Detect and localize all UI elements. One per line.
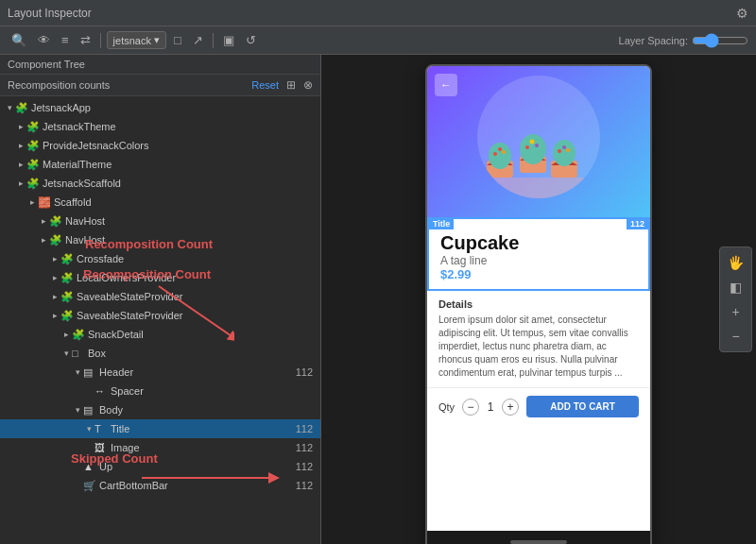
- expand-arrow-icon[interactable]: ▸: [26, 197, 38, 207]
- tree-item[interactable]: ▸🧩SnackDetail: [0, 325, 320, 344]
- expand-arrow-icon[interactable]: ▾: [60, 348, 72, 358]
- expand-arrow-icon[interactable]: ▸: [49, 311, 60, 320]
- details-text: Lorem ipsum dolor sit amet, consectetur …: [438, 314, 639, 380]
- tree-item-label: NavHost: [65, 215, 313, 227]
- title-section: Title 112 Cupcake A tag line $2.99: [427, 217, 650, 291]
- snack-title: Cupcake: [440, 232, 637, 254]
- expand-arrow-icon[interactable]: ▸: [15, 178, 26, 188]
- device-icon1[interactable]: □: [170, 31, 185, 49]
- hand-tool-icon[interactable]: 🖐: [722, 251, 749, 274]
- tree-item[interactable]: ▸🧩ProvideJetsnackColors: [0, 136, 320, 155]
- tree-item[interactable]: ▸🧩NavHost: [0, 230, 320, 249]
- toolbar-divider: [100, 33, 101, 48]
- reset-link[interactable]: Reset: [251, 79, 279, 91]
- tree-node-icon: 🧱: [38, 196, 51, 209]
- expand-arrow-icon[interactable]: ▾: [72, 367, 83, 377]
- tree-item[interactable]: ↔Spacer: [0, 382, 320, 400]
- tree-item[interactable]: ▸🧩LocalOwnersProvider: [0, 268, 320, 287]
- tree-item[interactable]: ▸🧱Scaffold: [0, 193, 320, 212]
- zoom-in-icon[interactable]: +: [722, 300, 749, 323]
- tree-item-label: SaveableStateProvider: [77, 291, 313, 302]
- recomposition-count: 112: [288, 423, 313, 434]
- component-tree: ▾🧩JetsnackApp▸🧩JetsnackTheme▸🧩ProvideJet…: [0, 96, 320, 544]
- cupcake-image: [477, 104, 600, 198]
- tree-node-icon: 🧩: [15, 102, 28, 114]
- tree-item-label: JetsnackScaffold: [43, 178, 313, 189]
- tree-node-icon: 🧩: [60, 291, 74, 303]
- tree-item[interactable]: 🖼Image112: [0, 438, 320, 457]
- clear-icon[interactable]: ⊗: [303, 78, 313, 92]
- search-icon[interactable]: 🔍: [8, 31, 30, 49]
- expand-arrow-icon[interactable]: ▸: [49, 292, 60, 301]
- recomposition-count: 112: [288, 366, 313, 378]
- tree-node-icon: 🛒: [83, 480, 96, 492]
- tree-node-icon: 🧩: [60, 272, 74, 284]
- title-badge: Title: [429, 218, 454, 230]
- zoom-out-icon[interactable]: −: [722, 325, 749, 348]
- qty-decrease-button[interactable]: −: [462, 399, 479, 416]
- tree-item[interactable]: 🛒CartBottomBar112: [0, 476, 320, 495]
- expand-arrow-icon[interactable]: ▸: [15, 141, 26, 150]
- dropdown-arrow-icon: ▾: [154, 34, 160, 46]
- layout-icon[interactable]: ◧: [722, 276, 749, 298]
- svg-point-5: [502, 150, 506, 154]
- add-to-cart-button[interactable]: ADD TO CART: [526, 396, 639, 417]
- svg-point-11: [530, 140, 535, 144]
- tree-item-label: Image: [111, 442, 288, 453]
- tree-item[interactable]: ▾TTitle112: [0, 419, 320, 438]
- hero-circle: [477, 76, 600, 198]
- tree-item-label: Title: [111, 423, 288, 434]
- app-content: ←: [427, 66, 650, 531]
- snack-tagline: A tag line: [440, 254, 637, 267]
- tree-item[interactable]: ▸🧩SaveableStateProvider: [0, 287, 320, 306]
- device-icon2[interactable]: ↗: [189, 31, 207, 49]
- tree-item-label: CartBottomBar: [99, 480, 288, 491]
- svg-point-6: [498, 147, 502, 151]
- tree-item[interactable]: ▸🧩JetsnackScaffold: [0, 174, 320, 193]
- tree-item[interactable]: ▲Up112: [0, 457, 320, 476]
- tree-item[interactable]: ▸🧩MaterialTheme: [0, 155, 320, 174]
- view-mode-icon[interactable]: ▣: [219, 31, 238, 49]
- layer-spacing-slider[interactable]: [692, 33, 748, 48]
- tree-item[interactable]: ▸🧩SaveableStateProvider: [0, 306, 320, 325]
- tree-item[interactable]: ▾▤Body: [0, 400, 320, 419]
- component-tree-label: Component Tree: [8, 59, 85, 70]
- device-dropdown[interactable]: jetsnack ▾: [107, 31, 166, 49]
- back-button[interactable]: ←: [435, 74, 457, 96]
- recomposition-label: Recomposition counts: [8, 79, 110, 91]
- details-label: Details: [438, 298, 639, 310]
- tree-item[interactable]: ▸🧩NavHost: [0, 212, 320, 230]
- tree-item[interactable]: ▾▤Header112: [0, 363, 320, 382]
- tree-item[interactable]: ▾🧩JetsnackApp: [0, 98, 320, 117]
- tree-item-label: Up: [99, 461, 288, 472]
- expand-arrow-icon[interactable]: ▸: [38, 216, 49, 226]
- filter-icon[interactable]: ⊞: [286, 78, 296, 92]
- tree-item[interactable]: ▸🧩JetsnackTheme: [0, 117, 320, 136]
- toolbar-divider2: [213, 33, 214, 48]
- expand-arrow-icon[interactable]: ▾: [4, 103, 15, 112]
- expand-arrow-icon[interactable]: ▾: [83, 424, 94, 434]
- swap-icon[interactable]: ⇄: [77, 31, 94, 49]
- tree-item[interactable]: ▾□Box: [0, 344, 320, 363]
- qty-increase-button[interactable]: +: [502, 399, 519, 416]
- tree-item[interactable]: ▸🧩Crossfade: [0, 249, 320, 268]
- expand-arrow-icon[interactable]: ▸: [60, 330, 72, 339]
- view-icon[interactable]: 👁: [34, 31, 54, 49]
- settings-icon[interactable]: ⚙: [736, 6, 748, 21]
- tree-item-label: JetsnackApp: [31, 102, 313, 113]
- svg-rect-17: [477, 178, 600, 198]
- expand-arrow-icon[interactable]: ▸: [38, 235, 49, 245]
- expand-arrow-icon[interactable]: ▾: [72, 405, 83, 415]
- list-icon[interactable]: ≡: [58, 31, 73, 49]
- svg-point-15: [566, 148, 570, 152]
- tree-item-label: Box: [88, 348, 313, 359]
- expand-arrow-icon[interactable]: ▸: [49, 273, 60, 282]
- svg-point-4: [493, 152, 497, 156]
- expand-arrow-icon[interactable]: ▸: [15, 160, 26, 169]
- tree-item-label: SaveableStateProvider: [77, 310, 313, 321]
- refresh-icon[interactable]: ↺: [242, 31, 260, 49]
- expand-arrow-icon[interactable]: ▸: [15, 122, 26, 131]
- svg-point-3: [489, 143, 511, 169]
- details-section: Details Lorem ipsum dolor sit amet, cons…: [427, 291, 650, 387]
- expand-arrow-icon[interactable]: ▸: [49, 254, 60, 264]
